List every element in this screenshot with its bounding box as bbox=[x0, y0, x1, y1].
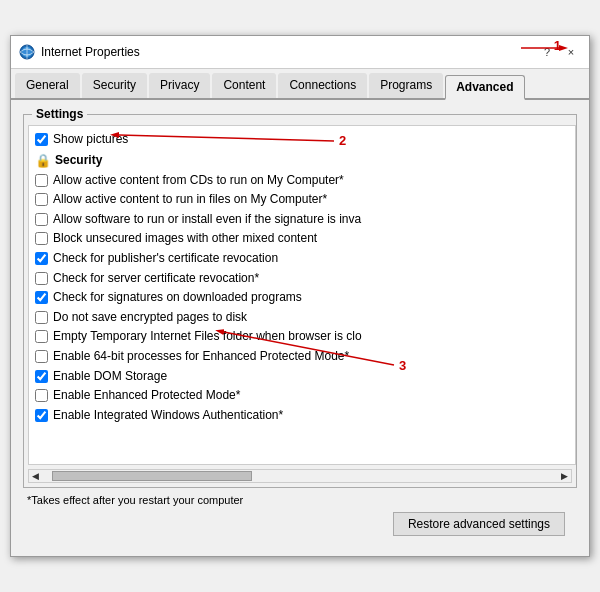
active-content-cd-checkbox[interactable] bbox=[35, 174, 48, 187]
list-item[interactable]: Allow active content to run in files on … bbox=[35, 190, 569, 210]
annotation-1-arrow bbox=[11, 36, 589, 66]
dom-storage-checkbox[interactable] bbox=[35, 370, 48, 383]
bottom-bar: Restore advanced settings bbox=[23, 506, 577, 546]
list-item-label: Allow active content from CDs to run on … bbox=[53, 173, 344, 189]
tab-general[interactable]: General bbox=[15, 73, 80, 98]
list-item[interactable]: Enable 64-bit processes for Enhanced Pro… bbox=[35, 347, 569, 367]
encrypted-pages-checkbox[interactable] bbox=[35, 311, 48, 324]
list-item[interactable]: Enable DOM Storage bbox=[35, 367, 569, 387]
scroll-right-arrow[interactable]: ▶ bbox=[558, 471, 571, 481]
empty-temp-checkbox[interactable] bbox=[35, 330, 48, 343]
list-item[interactable]: Do not save encrypted pages to disk bbox=[35, 308, 569, 328]
list-item[interactable]: Check for server certificate revocation* bbox=[35, 269, 569, 289]
restore-advanced-settings-button[interactable]: Restore advanced settings bbox=[393, 512, 565, 536]
server-cert-checkbox[interactable] bbox=[35, 272, 48, 285]
list-item-label: Check for server certificate revocation* bbox=[53, 271, 259, 287]
content-area: Settings Show pictures 🔒 Security bbox=[11, 100, 589, 556]
list-item-label: Enable DOM Storage bbox=[53, 369, 167, 385]
enhanced-protected-checkbox[interactable] bbox=[35, 389, 48, 402]
list-item[interactable]: Enable Integrated Windows Authentication… bbox=[35, 406, 569, 426]
tab-bar: General Security Privacy Content Connect… bbox=[11, 69, 589, 100]
annotation-1: 1 bbox=[554, 38, 561, 53]
list-item[interactable]: Allow software to run or install even if… bbox=[35, 210, 569, 230]
scroll-left-arrow[interactable]: ◀ bbox=[29, 471, 42, 481]
list-item[interactable]: Show pictures bbox=[35, 130, 569, 150]
list-item-label: Empty Temporary Internet Files folder wh… bbox=[53, 329, 362, 345]
settings-list[interactable]: Show pictures 🔒 Security Allow active co… bbox=[28, 125, 576, 465]
allow-software-checkbox[interactable] bbox=[35, 213, 48, 226]
list-item-label: Allow software to run or install even if… bbox=[53, 212, 361, 228]
list-item-label: Enable 64-bit processes for Enhanced Pro… bbox=[53, 349, 349, 365]
tab-advanced[interactable]: Advanced bbox=[445, 75, 524, 100]
show-pictures-checkbox[interactable] bbox=[35, 133, 48, 146]
block-unsecured-checkbox[interactable] bbox=[35, 232, 48, 245]
tab-connections[interactable]: Connections bbox=[278, 73, 367, 98]
internet-properties-dialog: Internet Properties ? × 1 General Securi… bbox=[10, 35, 590, 557]
security-label: Security bbox=[55, 153, 102, 167]
list-item[interactable]: Block unsecured images with other mixed … bbox=[35, 229, 569, 249]
list-item-label: Check for signatures on downloaded progr… bbox=[53, 290, 302, 306]
list-item-label: Enable Integrated Windows Authentication… bbox=[53, 408, 283, 424]
security-section-header: 🔒 Security bbox=[35, 150, 569, 171]
horizontal-scrollbar[interactable]: ◀ ▶ bbox=[28, 469, 572, 483]
signatures-checkbox[interactable] bbox=[35, 291, 48, 304]
list-item[interactable]: Empty Temporary Internet Files folder wh… bbox=[35, 327, 569, 347]
list-item[interactable]: Check for signatures on downloaded progr… bbox=[35, 288, 569, 308]
show-pictures-label: Show pictures bbox=[53, 132, 128, 148]
tab-security[interactable]: Security bbox=[82, 73, 147, 98]
list-item-label: Enable Enhanced Protected Mode* bbox=[53, 388, 240, 404]
tab-content[interactable]: Content bbox=[212, 73, 276, 98]
horizontal-scroll-thumb[interactable] bbox=[52, 471, 252, 481]
list-item-label: Check for publisher's certificate revoca… bbox=[53, 251, 278, 267]
list-item-label: Allow active content to run in files on … bbox=[53, 192, 327, 208]
settings-section: Settings Show pictures 🔒 Security bbox=[23, 114, 577, 488]
list-item[interactable]: Enable Enhanced Protected Mode* bbox=[35, 386, 569, 406]
windows-auth-checkbox[interactable] bbox=[35, 409, 48, 422]
tab-programs[interactable]: Programs bbox=[369, 73, 443, 98]
publisher-cert-checkbox[interactable] bbox=[35, 252, 48, 265]
active-content-files-checkbox[interactable] bbox=[35, 193, 48, 206]
list-item[interactable]: Check for publisher's certificate revoca… bbox=[35, 249, 569, 269]
tab-privacy[interactable]: Privacy bbox=[149, 73, 210, 98]
settings-group-label: Settings bbox=[32, 107, 87, 121]
list-item-label: Block unsecured images with other mixed … bbox=[53, 231, 317, 247]
title-bar: Internet Properties ? × 1 bbox=[11, 36, 589, 69]
list-item[interactable]: Allow active content from CDs to run on … bbox=[35, 171, 569, 191]
footnote: *Takes effect after you restart your com… bbox=[23, 494, 577, 506]
enable-64bit-checkbox[interactable] bbox=[35, 350, 48, 363]
lock-icon: 🔒 bbox=[35, 153, 51, 168]
list-item-label: Do not save encrypted pages to disk bbox=[53, 310, 247, 326]
settings-group: Settings Show pictures 🔒 Security bbox=[23, 114, 577, 488]
